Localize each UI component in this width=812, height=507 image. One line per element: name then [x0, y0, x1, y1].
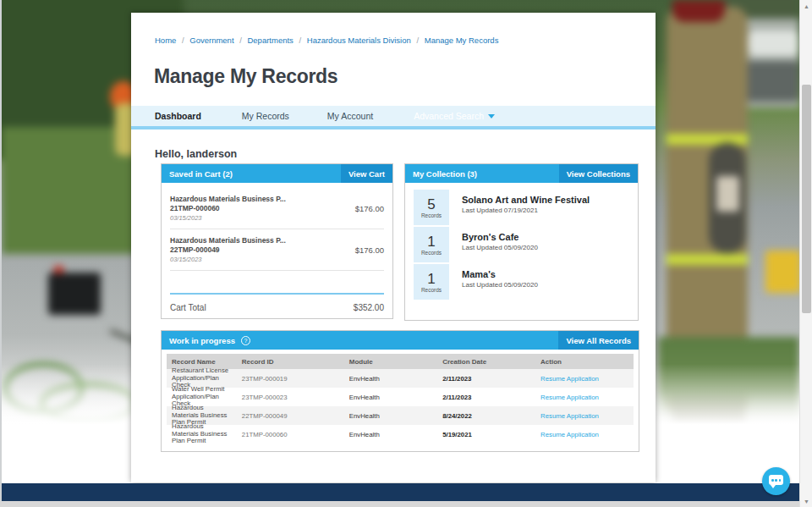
photo-dark-car — [744, 61, 799, 102]
cell-module: EnvHealth — [344, 412, 437, 420]
view-cart-button[interactable]: View Cart — [341, 164, 392, 183]
breadcrumb-hazmat-division[interactable]: Hazardous Materials Division — [307, 36, 411, 45]
scrollbar-thumb[interactable] — [802, 85, 811, 313]
browser-viewport: Home / Government / Departments / Hazard… — [0, 0, 812, 507]
greeting-text: Hello, landerson — [155, 148, 237, 160]
collection-count: 5 — [427, 197, 435, 212]
cart-item-date: 03/15/2023 — [170, 256, 384, 263]
photo-reflective-stripe — [667, 254, 748, 265]
cart-item-name: Hazardous Materials Business P... — [170, 230, 384, 245]
breadcrumb-departments[interactable]: Departments — [247, 36, 293, 45]
cart-total-row: Cart Total $352.00 — [170, 298, 384, 317]
collection-card-header: My Collection (3) View Collections — [405, 164, 638, 183]
tab-bar: Dashboard My Records My Account Advanced… — [131, 106, 656, 130]
tab-my-account[interactable]: My Account — [327, 111, 373, 121]
collection-last-updated: Last Updated 07/19/2021 — [462, 207, 538, 214]
cart-item-record-id: 21TMP-000060 — [170, 204, 384, 212]
cart-total-value: $352.00 — [354, 303, 384, 312]
wip-table: Record Name Record ID Module Creation Da… — [167, 354, 634, 444]
cart-item-price: $176.00 — [355, 245, 384, 255]
cell-record-id: 23TMP-000023 — [237, 394, 344, 401]
wip-card-title: Work in progress ? — [162, 336, 250, 345]
cell-creation-date: 5/19/2021 — [437, 431, 535, 438]
tab-dashboard[interactable]: Dashboard — [155, 111, 201, 121]
help-icon[interactable]: ? — [241, 336, 250, 345]
tab-advanced-search[interactable]: Advanced Search — [414, 111, 495, 121]
column-header-record-name: Record Name — [167, 358, 237, 366]
wip-card-header: Work in progress ? View All Records — [162, 331, 639, 350]
cell-module: EnvHealth — [344, 394, 437, 401]
table-row: Hazardous Materials Business Plan Permit… — [167, 425, 634, 444]
collection-count-tile: 1 Records — [414, 227, 449, 262]
resume-application-link[interactable]: Resume Application — [535, 412, 634, 420]
table-row: Restaurant License Application/Plan Chec… — [167, 369, 634, 388]
cart-total-label: Cart Total — [170, 303, 206, 312]
cell-record-id: 23TMP-000019 — [237, 375, 344, 383]
page-title: Manage My Records — [154, 65, 337, 88]
chat-button[interactable] — [762, 467, 790, 495]
resume-application-link[interactable]: Resume Application — [535, 375, 634, 383]
collection-item[interactable]: 1 Records Mama's Last Updated 05/09/2020 — [414, 264, 629, 300]
window-left-edge — [0, 0, 2, 507]
cell-creation-date: 2/11/2023 — [437, 394, 535, 401]
photo-red-helmet — [672, 0, 725, 22]
cart-card-header: Saved in Cart (2) View Cart — [162, 164, 392, 183]
cell-record-id: 21TMP-000060 — [237, 431, 344, 438]
photo-red-knob — [54, 266, 63, 273]
cell-module: EnvHealth — [344, 431, 437, 438]
saved-in-cart-card: Saved in Cart (2) View Cart Hazardous Ma… — [161, 163, 393, 319]
column-header-creation-date: Creation Date — [437, 358, 535, 366]
cart-item-name: Hazardous Materials Business P... — [170, 189, 384, 203]
photo-white-car — [749, 30, 799, 56]
vertical-scrollbar[interactable]: ▲ ▼ — [799, 0, 812, 507]
cart-card-title: Saved in Cart (2) — [162, 169, 233, 179]
my-collection-card: My Collection (3) View Collections 5 Rec… — [404, 163, 639, 321]
window-bottom-edge — [0, 501, 799, 507]
resume-application-link[interactable]: Resume Application — [535, 394, 634, 401]
resume-application-link[interactable]: Resume Application — [535, 431, 634, 438]
cart-item[interactable]: Hazardous Materials Business P... 22TMP-… — [170, 230, 384, 271]
tab-my-records[interactable]: My Records — [242, 111, 289, 121]
tab-advanced-search-label: Advanced Search — [414, 111, 484, 121]
work-in-progress-card: Work in progress ? View All Records Reco… — [161, 330, 639, 452]
breadcrumb-separator: / — [416, 36, 419, 45]
collection-count-unit: Records — [421, 212, 442, 218]
chat-bubble-icon — [769, 475, 783, 485]
cell-creation-date: 2/11/2023 — [437, 375, 535, 383]
scrollbar-down-arrow-icon[interactable]: ▼ — [800, 495, 812, 507]
column-header-module: Module — [344, 358, 437, 366]
photo-tank-label — [716, 176, 739, 212]
collection-count-unit: Records — [421, 250, 442, 256]
breadcrumb-manage-my-records[interactable]: Manage My Records — [425, 36, 499, 45]
photo-equipment-box — [48, 273, 101, 315]
wip-table-header-row: Record Name Record ID Module Creation Da… — [167, 354, 634, 369]
table-row: Hazardous Materials Business Plan Permit… — [167, 406, 634, 425]
breadcrumb-home[interactable]: Home — [155, 36, 176, 45]
cart-item[interactable]: Hazardous Materials Business P... 21TMP-… — [170, 189, 384, 229]
chat-dots — [771, 479, 781, 482]
collection-last-updated: Last Updated 05/09/2020 — [462, 244, 538, 251]
collection-name[interactable]: Mama's — [462, 269, 496, 279]
view-collections-button[interactable]: View Collections — [559, 164, 638, 183]
collection-item[interactable]: 1 Records Byron's Cafe Last Updated 05/0… — [414, 227, 629, 262]
wip-title-text: Work in progress — [169, 336, 235, 345]
collection-name[interactable]: Solano Art and Wine Festival — [462, 195, 590, 205]
cell-record-id: 22TMP-000049 — [237, 412, 344, 420]
collection-card-title: My Collection (3) — [405, 169, 477, 179]
breadcrumb: Home / Government / Departments / Hazard… — [155, 36, 498, 45]
collection-item[interactable]: 5 Records Solano Art and Wine Festival L… — [414, 190, 629, 225]
scrollbar-up-arrow-icon[interactable]: ▲ — [800, 0, 812, 12]
collection-name[interactable]: Byron's Cafe — [462, 232, 518, 242]
view-all-records-button[interactable]: View All Records — [558, 331, 639, 350]
collection-last-updated: Last Updated 05/09/2020 — [462, 281, 538, 289]
cart-item-date: 03/15/2023 — [170, 214, 384, 222]
collection-count: 1 — [427, 234, 435, 249]
cart-total-divider — [170, 293, 384, 295]
cart-item-price: $176.00 — [355, 204, 384, 213]
breadcrumb-government[interactable]: Government — [189, 36, 233, 45]
collection-count: 1 — [427, 272, 435, 286]
collection-count-tile: 1 Records — [414, 264, 449, 300]
caret-down-icon — [488, 114, 495, 118]
table-row: Water Well Permit Application/Plan Check… — [167, 388, 634, 406]
collection-count-tile: 5 Records — [414, 190, 449, 225]
